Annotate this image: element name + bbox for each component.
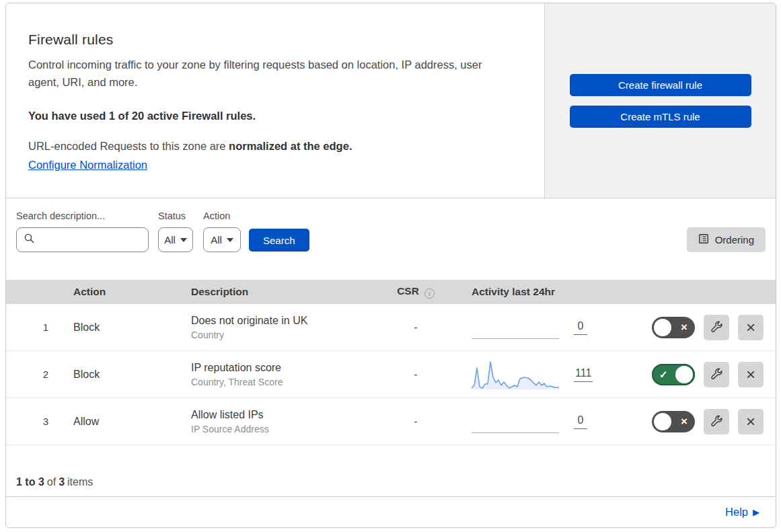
create-firewall-rule-button[interactable]: Create firewall rule: [570, 74, 751, 96]
check-icon: ✓: [659, 369, 668, 379]
action-select[interactable]: All: [203, 227, 241, 252]
table-header: Action Description CSRi Activity last 24…: [6, 280, 776, 304]
ordering-label: Ordering: [715, 234, 754, 245]
firewall-rules-card: Firewall rules Control incoming traffic …: [5, 3, 776, 528]
search-icon: [24, 233, 35, 247]
delete-rule-button[interactable]: ×: [738, 362, 764, 387]
activity-count-link[interactable]: 111: [574, 367, 593, 382]
rule-csr: -: [379, 369, 453, 381]
rule-action: Block: [73, 369, 191, 381]
search-input-box[interactable]: [16, 227, 149, 252]
page-description: Control incoming traffic to your zone by…: [28, 56, 513, 91]
cross-icon: ×: [681, 321, 687, 333]
rule-priority: 2: [6, 369, 73, 380]
cross-icon: ×: [681, 416, 687, 427]
filter-row: Search description... Status: [16, 211, 766, 252]
table-row: 1 Block Does not originate in UK Country…: [6, 304, 776, 351]
chevron-down-icon: [227, 238, 233, 242]
pagination-of: of: [47, 476, 56, 488]
pagination-items: items: [67, 476, 93, 488]
pagination-total: 3: [59, 476, 65, 488]
activity-sparkline: [472, 407, 559, 436]
search-group: Search description...: [16, 211, 149, 252]
edit-rule-button[interactable]: [704, 315, 729, 340]
pagination-range: 1 to 3: [16, 476, 44, 488]
table-row: 3 Allow Allow listed IPs IP Source Addre…: [6, 398, 776, 445]
help-link[interactable]: Help▶: [725, 506, 759, 519]
ordering-button[interactable]: Ordering: [687, 227, 766, 252]
rule-description: IP reputation score: [191, 362, 379, 374]
column-description: Description: [191, 286, 379, 298]
rule-activity-cell: 0: [453, 313, 614, 342]
pagination-summary: 1 to 3of3items: [6, 445, 776, 496]
activity-count-link[interactable]: 0: [574, 320, 587, 335]
rule-enabled-toggle[interactable]: ✓ ×: [652, 364, 695, 385]
action-value: All: [211, 234, 222, 245]
rule-controls: ✓ × ×: [614, 315, 776, 340]
rule-description: Allow listed IPs: [191, 409, 379, 421]
search-button[interactable]: Search: [249, 229, 309, 252]
arrow-right-icon: ▶: [753, 507, 759, 517]
ordering-list-icon: [698, 233, 709, 246]
toggle-knob: [654, 413, 671, 430]
normalization-bold: normalized at the edge.: [229, 140, 352, 152]
rule-controls: ✓ × ×: [614, 409, 776, 434]
sparkline-flat-line: [472, 338, 559, 339]
chevron-down-icon: [180, 238, 187, 242]
rule-action: Block: [73, 321, 191, 334]
wrench-icon: [711, 321, 722, 334]
rule-csr: -: [379, 416, 453, 428]
rule-criteria: Country: [191, 330, 379, 340]
search-input[interactable]: [40, 234, 141, 245]
edit-rule-button[interactable]: [704, 362, 729, 387]
rule-enabled-toggle[interactable]: ✓ ×: [652, 317, 695, 338]
edit-rule-button[interactable]: [704, 409, 729, 434]
search-label: Search description...: [16, 211, 149, 221]
status-select[interactable]: All: [158, 227, 193, 252]
column-csr: CSRi: [379, 285, 453, 299]
action-label: Action: [203, 211, 241, 221]
toggle-knob: [654, 319, 671, 336]
firewall-rules-page: Firewall rules Control incoming traffic …: [0, 0, 781, 532]
rule-csr: -: [379, 321, 453, 334]
intro-panel: Firewall rules Control incoming traffic …: [6, 3, 545, 198]
rule-activity-cell: 111: [453, 360, 614, 389]
rule-description-cell: Does not originate in UK Country: [191, 315, 379, 340]
column-activity: Activity last 24hr: [453, 286, 614, 298]
help-bar: Help▶: [6, 496, 776, 527]
delete-rule-button[interactable]: ×: [738, 409, 764, 434]
close-icon: ×: [746, 414, 755, 430]
rule-controls: ✓ × ×: [614, 362, 776, 387]
normalization-prefix: URL-encoded Requests to this zone are: [28, 140, 229, 152]
activity-count-link[interactable]: 0: [574, 414, 587, 429]
close-icon: ×: [746, 367, 755, 383]
table-row: 2 Block IP reputation score Country, Thr…: [6, 351, 776, 398]
rule-activity-cell: 0: [453, 407, 614, 436]
rule-priority: 1: [6, 321, 73, 333]
rule-enabled-toggle[interactable]: ✓ ×: [652, 411, 695, 432]
csr-header-label: CSR: [397, 285, 419, 297]
status-label: Status: [158, 211, 193, 221]
cta-panel: Create firewall rule Create mTLS rule: [545, 3, 776, 198]
activity-sparkline: [472, 313, 559, 342]
delete-rule-button[interactable]: ×: [738, 315, 764, 340]
rule-action: Allow: [73, 416, 191, 428]
column-action: Action: [73, 286, 191, 298]
wrench-icon: [711, 368, 722, 381]
configure-normalization-link[interactable]: Configure Normalization: [28, 159, 147, 172]
rule-description: Does not originate in UK: [191, 315, 379, 327]
normalization-note: URL-encoded Requests to this zone are no…: [28, 140, 517, 153]
sparkline-flat-line: [472, 432, 559, 433]
rule-criteria: IP Source Address: [191, 424, 379, 434]
create-mtls-rule-button[interactable]: Create mTLS rule: [570, 106, 751, 128]
header-section: Firewall rules Control incoming traffic …: [6, 3, 776, 198]
action-filter-group: Action All: [203, 211, 241, 252]
info-icon[interactable]: i: [424, 289, 435, 299]
wrench-icon: [711, 415, 722, 428]
help-label: Help: [725, 506, 748, 519]
status-filter-group: Status All: [158, 211, 193, 252]
close-icon: ×: [746, 319, 755, 336]
rule-criteria: Country, Threat Score: [191, 377, 379, 387]
page-title: Firewall rules: [28, 32, 517, 48]
filter-section: Search description... Status: [6, 198, 776, 280]
